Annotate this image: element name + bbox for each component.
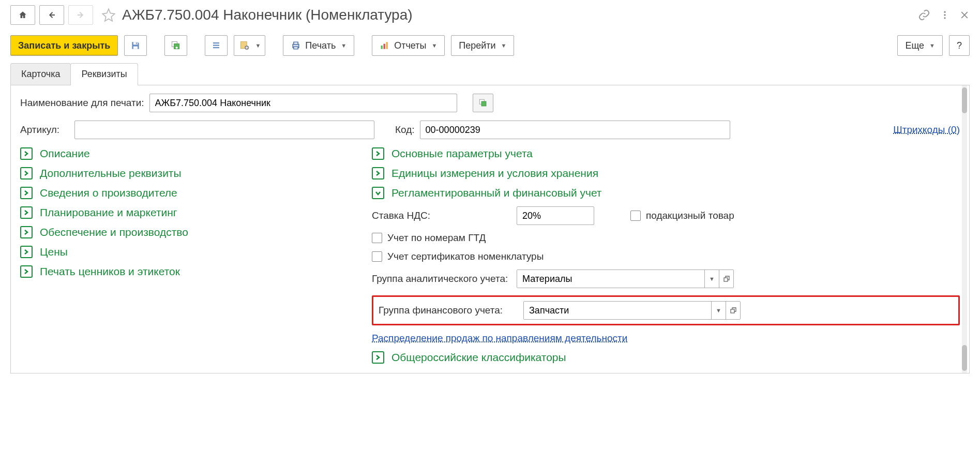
close-icon[interactable] xyxy=(959,10,970,20)
page-title: АЖБ7.750.004 Наконечник (Номенклатура) xyxy=(122,7,413,23)
section-description[interactable]: Описание xyxy=(20,147,361,160)
reports-label: Отчеты xyxy=(394,40,426,51)
goto-label: Перейти xyxy=(459,40,495,51)
svg-rect-10 xyxy=(213,47,219,48)
scroll-arrow-down[interactable] xyxy=(962,345,967,371)
left-sections: Описание Дополнительные реквизиты Сведен… xyxy=(20,147,361,364)
link-icon[interactable] xyxy=(918,9,930,21)
financial-group-input[interactable] xyxy=(524,302,711,319)
svg-rect-22 xyxy=(731,309,734,313)
financial-dropdown-button[interactable]: ▼ xyxy=(711,302,726,319)
svg-point-1 xyxy=(944,14,945,16)
code-input[interactable] xyxy=(420,121,730,139)
copy-fill-name-button[interactable] xyxy=(473,94,493,112)
section-supply[interactable]: Обеспечение и производство xyxy=(20,226,361,238)
copy-fill-button[interactable] xyxy=(164,35,187,56)
print-button[interactable]: Печать ▼ xyxy=(283,35,354,56)
svg-rect-15 xyxy=(294,47,298,49)
home-button[interactable] xyxy=(10,5,35,25)
print-name-label: Наименование для печати: xyxy=(20,97,144,109)
section-units[interactable]: Единицы измерения и условия хранения xyxy=(372,167,960,179)
svg-rect-17 xyxy=(384,44,385,49)
section-classifiers[interactable]: Общероссийские классификаторы xyxy=(372,351,960,364)
svg-rect-4 xyxy=(133,47,138,49)
svg-rect-3 xyxy=(133,42,138,44)
code-label: Код: xyxy=(395,124,415,136)
svg-point-2 xyxy=(944,17,945,19)
excise-label: подакцизный товар xyxy=(646,210,734,221)
article-input[interactable] xyxy=(74,121,374,139)
tab-props[interactable]: Реквизиты xyxy=(70,63,138,85)
financial-group-label: Группа финансового учета: xyxy=(379,305,518,316)
analytic-dropdown-button[interactable]: ▼ xyxy=(704,270,719,288)
content-panel: Наименование для печати: Артикул: Код: Ш… xyxy=(10,85,970,373)
print-name-input[interactable] xyxy=(149,94,457,112)
gtd-label: Учет по номерам ГТД xyxy=(387,232,486,244)
svg-rect-16 xyxy=(381,46,383,49)
vertical-scrollbar[interactable] xyxy=(962,85,967,373)
settings-dropdown-button[interactable]: ▼ xyxy=(234,35,265,56)
section-print-labels[interactable]: Печать ценников и этикеток xyxy=(20,265,361,278)
svg-rect-14 xyxy=(294,42,298,44)
section-planning[interactable]: Планирование и маркетинг xyxy=(20,206,361,219)
right-sections: Основные параметры учета Единицы измерен… xyxy=(372,147,960,364)
analytic-group-input[interactable] xyxy=(517,270,704,288)
svg-rect-21 xyxy=(724,278,728,281)
vat-input[interactable] xyxy=(517,206,594,225)
analytic-group-label: Группа аналитического учета: xyxy=(372,273,511,285)
titlebar: АЖБ7.750.004 Наконечник (Номенклатура) xyxy=(10,5,970,25)
excise-checkbox[interactable] xyxy=(630,211,641,221)
section-extra-props[interactable]: Дополнительные реквизиты xyxy=(20,167,361,179)
back-button[interactable] xyxy=(39,5,64,25)
financial-open-button[interactable] xyxy=(726,302,740,319)
list-button[interactable] xyxy=(205,35,228,56)
barcodes-link[interactable]: Штрихкоды (0) xyxy=(893,124,960,136)
more-button[interactable]: Еще ▼ xyxy=(897,35,943,56)
cert-label: Учет сертификатов номенклатуры xyxy=(387,251,544,262)
scroll-arrow-up[interactable] xyxy=(962,87,967,113)
forward-button[interactable] xyxy=(68,5,93,25)
print-label: Печать xyxy=(305,40,336,51)
sales-distribution-link[interactable]: Распределение продаж по направлениям дея… xyxy=(372,333,627,343)
svg-rect-20 xyxy=(481,101,486,106)
svg-rect-9 xyxy=(213,45,219,46)
toolbar: Записать и закрыть ▼ Печать ▼ Отчеты ▼ xyxy=(10,35,970,56)
vat-label: Ставка НДС: xyxy=(372,210,511,221)
svg-rect-5 xyxy=(136,42,137,44)
menu-dots-icon[interactable] xyxy=(940,10,950,20)
tab-card[interactable]: Карточка xyxy=(10,63,71,85)
svg-rect-18 xyxy=(386,42,388,49)
cert-checkbox[interactable] xyxy=(372,251,382,262)
goto-button[interactable]: Перейти ▼ xyxy=(451,35,514,56)
help-button[interactable]: ? xyxy=(949,35,970,56)
save-and-close-button[interactable]: Записать и закрыть xyxy=(10,35,118,56)
tabs: Карточка Реквизиты xyxy=(10,63,970,85)
more-label: Еще xyxy=(905,40,924,51)
analytic-open-button[interactable] xyxy=(719,270,733,288)
save-button[interactable] xyxy=(124,35,147,56)
favorite-icon[interactable] xyxy=(101,8,116,22)
section-main-params[interactable]: Основные параметры учета xyxy=(372,147,960,160)
section-prices[interactable]: Цены xyxy=(20,246,361,258)
financial-group-highlight: Группа финансового учета: ▼ xyxy=(372,295,960,325)
reports-button[interactable]: Отчеты ▼ xyxy=(372,35,445,56)
section-manufacturer[interactable]: Сведения о производителе xyxy=(20,187,361,199)
article-label: Артикул: xyxy=(20,124,69,136)
svg-point-0 xyxy=(944,11,945,13)
svg-rect-8 xyxy=(213,42,219,43)
gtd-checkbox[interactable] xyxy=(372,233,382,243)
section-regfin[interactable]: Регламентированный и финансовый учет xyxy=(372,187,960,199)
